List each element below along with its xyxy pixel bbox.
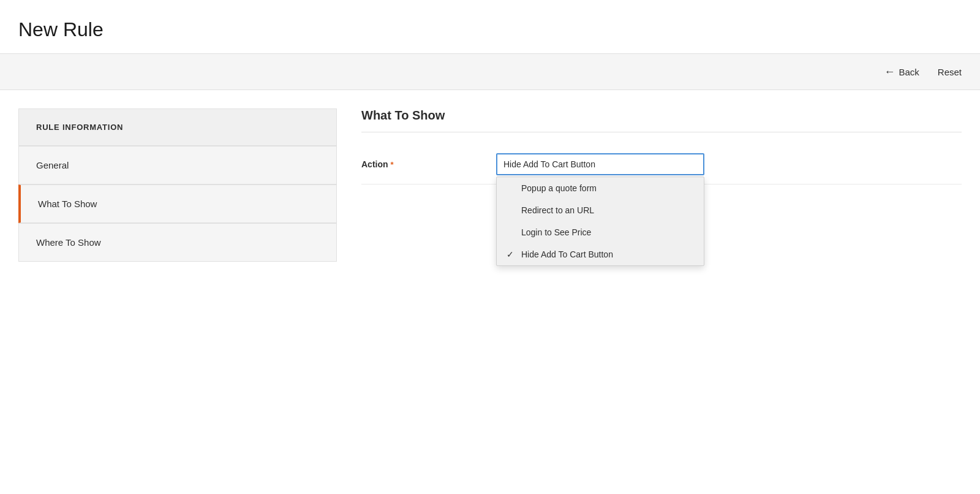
section-title-row: What To Show <box>361 108 962 132</box>
general-label: General <box>36 160 319 170</box>
what-to-show-label: What To Show <box>38 199 319 209</box>
check-icon-popup <box>507 183 516 193</box>
sidebar-item-what-to-show[interactable]: What To Show <box>18 184 337 223</box>
dropdown-option-popup-quote[interactable]: Popup a quote form <box>497 177 704 199</box>
toolbar-bar: ← Back Reset <box>0 53 980 90</box>
sidebar-item-general[interactable]: General <box>18 146 337 184</box>
page-wrapper: New Rule ← Back Reset RULE INFORMATION G… <box>0 0 980 494</box>
dropdown-option-hide-add-to-cart[interactable]: ✓ Hide Add To Cart Button <box>497 243 704 265</box>
sidebar-item-rule-information[interactable]: RULE INFORMATION <box>18 108 337 146</box>
action-form-row: Action * Hide Add To Cart Button Popup a… <box>361 145 962 184</box>
back-label: Back <box>899 67 919 77</box>
back-button[interactable]: ← Back <box>884 66 919 78</box>
check-icon-redirect <box>507 205 516 215</box>
option-label-popup-quote: Popup a quote form <box>521 183 597 193</box>
action-select[interactable]: Hide Add To Cart Button <box>496 153 704 175</box>
check-icon-hide: ✓ <box>507 249 516 259</box>
where-to-show-label: Where To Show <box>36 237 319 248</box>
main-form: What To Show Action * Hide Add To Cart B… <box>361 108 962 262</box>
sidebar-item-where-to-show[interactable]: Where To Show <box>18 223 337 262</box>
steps-sidebar: RULE INFORMATION General What To Show Wh… <box>18 108 337 262</box>
content-area: RULE INFORMATION General What To Show Wh… <box>0 90 980 280</box>
check-icon-login <box>507 227 516 237</box>
reset-button[interactable]: Reset <box>938 67 962 77</box>
action-dropdown-menu: Popup a quote form Redirect to an URL Lo… <box>496 177 704 266</box>
rule-information-label: RULE INFORMATION <box>36 123 319 132</box>
back-arrow-icon: ← <box>884 66 895 78</box>
option-label-hide-add-to-cart: Hide Add To Cart Button <box>521 249 613 259</box>
dropdown-option-login-see-price[interactable]: Login to See Price <box>497 221 704 243</box>
dropdown-option-redirect-url[interactable]: Redirect to an URL <box>497 199 704 221</box>
option-label-login-see-price: Login to See Price <box>521 227 591 237</box>
action-control-wrapper: Hide Add To Cart Button Popup a quote fo… <box>496 153 962 175</box>
option-label-redirect-url: Redirect to an URL <box>521 205 594 215</box>
section-title: What To Show <box>361 108 962 123</box>
action-label: Action * <box>361 159 496 169</box>
action-label-text: Action <box>361 159 388 169</box>
page-title: New Rule <box>0 0 980 53</box>
required-indicator: * <box>391 160 394 169</box>
reset-label: Reset <box>938 67 962 77</box>
